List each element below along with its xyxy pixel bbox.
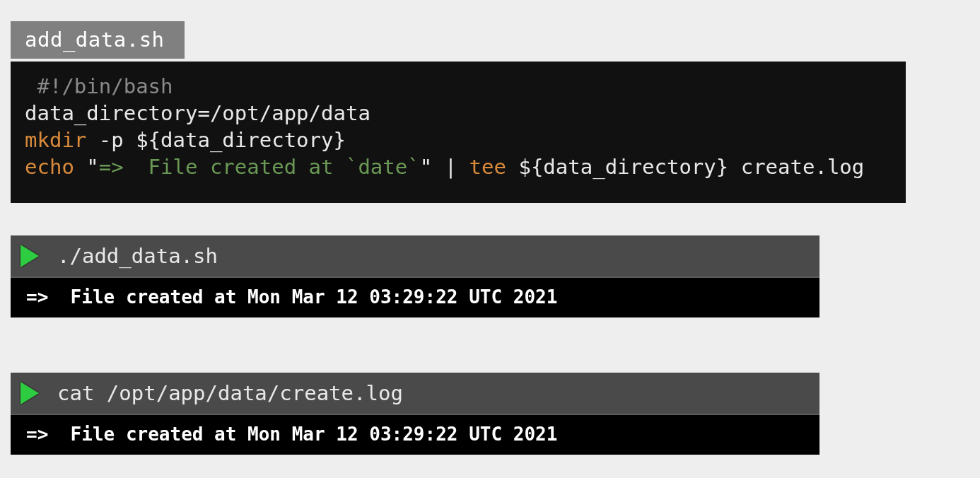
terminal-command: cat /opt/app/data/create.log	[57, 381, 403, 405]
file-contents: #!/bin/bash data_directory=/opt/app/data…	[11, 62, 906, 203]
terminal-header: ./add_data.sh	[11, 235, 819, 278]
play-icon	[21, 245, 39, 267]
terminal-block-1: ./add_data.sh => File created at Mon Mar…	[11, 235, 819, 317]
terminal-command: ./add_data.sh	[57, 244, 218, 268]
slide-canvas: add_data.sh #!/bin/bash data_directory=/…	[0, 0, 980, 478]
file-tab: add_data.sh	[11, 21, 185, 59]
terminal-block-2: cat /opt/app/data/create.log => File cre…	[11, 373, 819, 455]
code-line-3: mkdir -p ${data_directory}	[25, 128, 346, 152]
code-shebang: #!/bin/bash	[25, 74, 173, 98]
terminal-output: => File created at Mon Mar 12 03:29:22 U…	[11, 415, 819, 455]
play-icon	[21, 382, 39, 404]
code-line-2: data_directory=/opt/app/data	[25, 101, 371, 125]
terminal-output: => File created at Mon Mar 12 03:29:22 U…	[11, 278, 819, 317]
terminal-header: cat /opt/app/data/create.log	[11, 373, 819, 415]
code-line-4: echo "=> File created at `date`" | tee $…	[25, 155, 864, 179]
